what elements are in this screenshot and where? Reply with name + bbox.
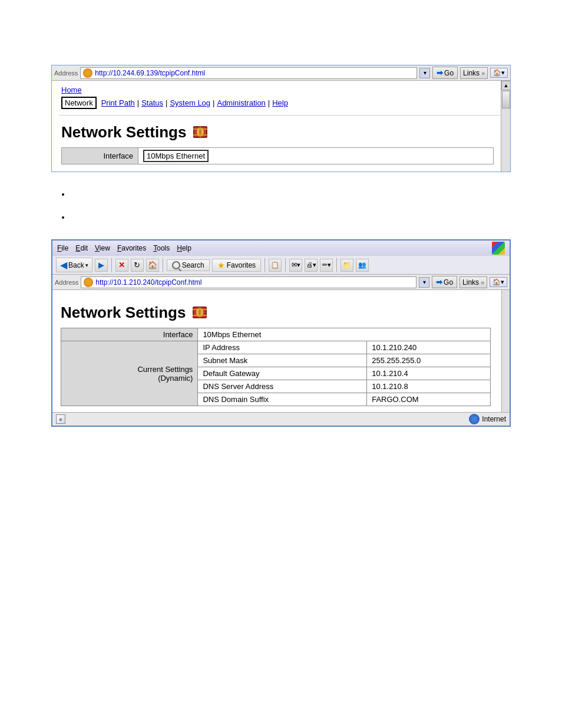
- home-toolbar-icon-full: 🏠▾: [492, 278, 504, 286]
- setting-label-ip: IP Address: [198, 341, 367, 354]
- full-url: http://10.1.210.240/tcpipConf.html: [95, 278, 201, 286]
- people-button[interactable]: 👥: [356, 259, 369, 272]
- winxp-logo: [492, 242, 505, 255]
- toolbar-sep-4: [285, 258, 286, 272]
- search-button[interactable]: Search: [167, 259, 210, 271]
- setting-label-gateway: Default Gateway: [198, 367, 367, 380]
- page-title-text-full: Network Settings: [61, 304, 186, 322]
- double-arrow-full-icon: »: [481, 279, 484, 286]
- interface-label-top: Interface: [62, 148, 138, 164]
- divider-top: [59, 115, 503, 116]
- nav-sep-3: |: [166, 98, 167, 107]
- menu-favorites[interactable]: Favorites: [117, 244, 146, 252]
- top-browser-content: ▲ Home Network Print Path | Status | Sys…: [52, 81, 510, 172]
- svg-rect-5: [193, 134, 207, 136]
- status-left: e: [56, 414, 65, 424]
- nav-syslog[interactable]: System Log: [170, 98, 210, 107]
- internet-zone: Internet: [469, 414, 506, 424]
- address-label-full: Address: [55, 279, 78, 286]
- page-title-full: Network Settings: [61, 303, 500, 322]
- setting-label-domain: DNS Domain Suffix: [198, 393, 367, 406]
- address-label: Address: [54, 70, 78, 77]
- svg-rect-3: [199, 126, 201, 138]
- links-label-full: Links: [462, 278, 479, 286]
- back-button[interactable]: ◀ Back ▾: [56, 258, 92, 272]
- toolbar-icon-full[interactable]: 🏠▾: [490, 277, 507, 287]
- folder-button[interactable]: 📁: [340, 259, 353, 272]
- scroll-thumb-top[interactable]: [502, 91, 510, 108]
- menu-file[interactable]: File: [57, 244, 68, 252]
- menu-view[interactable]: View: [95, 244, 110, 252]
- menu-items-group: File Edit View Favorites Tools Help: [57, 244, 191, 252]
- full-address-dropdown[interactable]: ▾: [419, 277, 429, 288]
- settings-row-ip: Current Settings(Dynamic) IP Address 10.…: [61, 341, 491, 354]
- home-button[interactable]: 🏠: [146, 259, 159, 272]
- back-dropdown-icon: ▾: [85, 262, 88, 268]
- history-button[interactable]: 📋: [269, 259, 282, 272]
- status-bar: e Internet: [52, 412, 510, 426]
- setting-value-ip: 10.1.210.240: [367, 341, 491, 354]
- page-title-top: Network Settings: [61, 123, 503, 141]
- links-button-top[interactable]: Links »: [460, 67, 488, 79]
- nav-help[interactable]: Help: [272, 98, 288, 107]
- toolbar-sep-1: [111, 258, 112, 272]
- forward-button[interactable]: ▶: [95, 259, 108, 272]
- search-label: Search: [182, 261, 204, 269]
- links-button-full[interactable]: Links »: [459, 276, 487, 288]
- refresh-button[interactable]: ↻: [131, 259, 144, 272]
- status-page-icon-text: e: [59, 417, 62, 422]
- nav-print-path[interactable]: Print Path: [101, 98, 135, 107]
- nav-admin[interactable]: Administration: [217, 98, 265, 107]
- go-label-top: Go: [444, 69, 454, 77]
- full-settings-table: Interface 10Mbps Ethernet Current Settin…: [61, 328, 491, 406]
- svg-rect-9: [199, 307, 201, 318]
- svg-rect-4: [193, 129, 207, 130]
- full-address-bar: Address http://10.1.210.240/tcpipConf.ht…: [52, 275, 510, 290]
- scroll-up-top[interactable]: ▲: [501, 81, 510, 90]
- top-browser-window: Address http://10.244.69.139/tcpipConf.h…: [51, 65, 511, 172]
- print-button[interactable]: 🖨▾: [305, 259, 318, 272]
- book-icon-full: [190, 303, 209, 322]
- nav-active-item[interactable]: Network: [61, 97, 97, 109]
- svg-rect-11: [193, 315, 207, 316]
- menu-tools[interactable]: Tools: [153, 244, 170, 252]
- menu-help[interactable]: Help: [177, 244, 191, 252]
- scrollbar-top[interactable]: ▲: [501, 81, 510, 172]
- home-link[interactable]: Home: [61, 85, 503, 94]
- full-browser-content: Network Settings Interface 10Mbps Ethern…: [52, 290, 510, 412]
- nav-status[interactable]: Status: [141, 98, 163, 107]
- nav-bar-top: Network Print Path | Status | System Log…: [61, 97, 503, 109]
- interface-table-top: Interface 10Mbps Ethernet: [61, 147, 494, 164]
- setting-value-subnet: 255.255.255.0: [367, 354, 491, 367]
- full-address-field[interactable]: http://10.1.210.240/tcpipConf.html: [81, 276, 416, 288]
- menu-edit[interactable]: Edit: [75, 244, 88, 252]
- bullet-item-2: [71, 213, 562, 222]
- edit-button[interactable]: ✏▾: [320, 259, 333, 272]
- top-address-bar: Address http://10.244.69.139/tcpipConf.h…: [52, 65, 510, 81]
- scrollbar-full[interactable]: [501, 290, 510, 412]
- interface-row-top: Interface 10Mbps Ethernet: [62, 148, 494, 164]
- svg-rect-10: [193, 309, 207, 310]
- stop-button[interactable]: ✕: [115, 259, 128, 272]
- back-label: Back: [68, 261, 84, 269]
- interface-value-top: 10Mbps Ethernet: [138, 148, 494, 164]
- toolbar-sep-5: [336, 258, 337, 272]
- nav-sep-4: |: [213, 98, 214, 107]
- nav-sep-2: |: [137, 98, 139, 107]
- menubar: File Edit View Favorites Tools Help: [52, 241, 510, 256]
- top-address-field[interactable]: http://10.244.69.139/tcpipConf.html: [80, 67, 417, 79]
- toolbar-icon-group-top[interactable]: 🏠▾: [490, 68, 508, 78]
- back-arrow-icon: ◀: [60, 259, 67, 271]
- globe-icon: [469, 414, 480, 424]
- address-dropdown[interactable]: ▾: [419, 68, 430, 78]
- setting-value-gateway: 10.1.210.4: [367, 367, 491, 380]
- bullet-list: [71, 190, 562, 222]
- book-icon-top: [191, 123, 210, 141]
- go-button-full[interactable]: ➡ Go: [432, 276, 457, 288]
- mail-button[interactable]: ✉▾: [289, 259, 302, 272]
- go-label-full: Go: [444, 278, 453, 286]
- go-button-top[interactable]: ➡ Go: [432, 67, 458, 79]
- favorites-button[interactable]: ★ Favorites: [212, 259, 261, 272]
- interface-row-full: Interface 10Mbps Ethernet: [61, 328, 491, 341]
- page-title-text-top: Network Settings: [61, 123, 186, 141]
